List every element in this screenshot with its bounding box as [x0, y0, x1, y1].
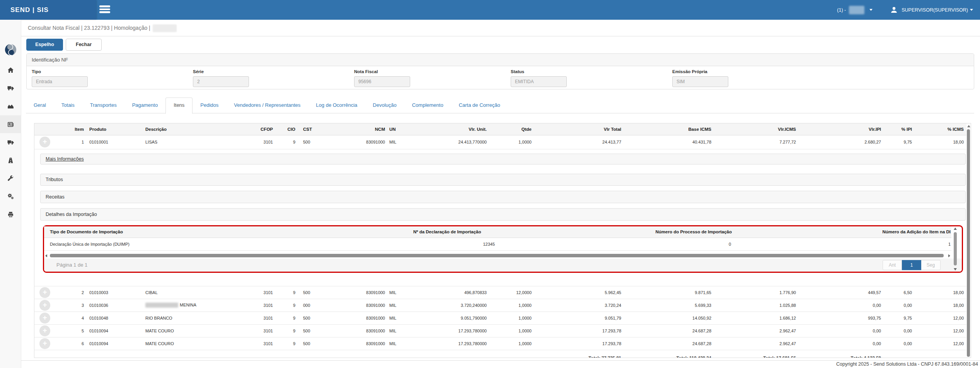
tab-devolu-o[interactable]: Devolução	[365, 98, 404, 113]
cell-vlr_unit: 3.720,240000	[410, 299, 488, 312]
field-value[interactable]: 95696	[354, 76, 410, 87]
sidebar-item-news[interactable]	[0, 115, 21, 133]
scroll-down-icon[interactable]	[954, 268, 957, 270]
sidebar	[0, 20, 21, 368]
current-page-button[interactable]: 1	[902, 260, 921, 270]
cell-cfop: 3101	[248, 286, 276, 299]
expand-row-button[interactable]: +	[39, 338, 50, 349]
item-row: +101010001LISAS3101950083091000MIL24.413…	[34, 135, 967, 149]
breadcrumb-bar: Consultar Nota Fiscal | 23.122793 | Homo…	[21, 20, 980, 36]
cell-descricao: MATE COURO	[140, 337, 248, 350]
breadcrumb-redacted	[153, 24, 177, 32]
cell-vlr_unit: 17.293,780000	[410, 337, 488, 350]
tab-pedidos[interactable]: Pedidos	[193, 98, 226, 113]
scrollbar-thumb[interactable]	[50, 254, 944, 257]
app-logo-icon[interactable]	[5, 44, 17, 56]
cell-cio: 9	[276, 135, 297, 149]
cell-qtde: 1,0000	[488, 312, 533, 324]
sidebar-item-road[interactable]	[0, 152, 21, 169]
sidebar-item-gears[interactable]	[0, 188, 21, 205]
sidebar-item-print[interactable]	[0, 206, 21, 224]
cell-cio: 9	[276, 299, 297, 312]
imp-cell: Declaração Única de Importação (DUIMP)	[44, 238, 411, 251]
expand-row-button[interactable]: +	[39, 137, 50, 147]
cell-descricao: LISAS	[140, 135, 248, 149]
road-icon	[7, 157, 14, 164]
cell-vlr_ipi: 0,00	[798, 337, 883, 350]
user-menu[interactable]: SUPERVISOR(SUPERVISOR)	[890, 6, 973, 14]
tab-pagamento[interactable]: Pagamento	[124, 98, 166, 113]
cell-cfop: 3101	[248, 312, 276, 324]
tab-complemento[interactable]: Complemento	[404, 98, 451, 113]
field-label: Nota Fiscal	[354, 69, 416, 74]
user-name: SUPERVISOR(SUPERVISOR)	[902, 7, 968, 13]
scroll-up-icon[interactable]	[967, 125, 970, 127]
print-icon	[7, 211, 14, 218]
cell-item: 5	[66, 324, 85, 337]
total-vlr_ipi: Total: 4.123,59	[798, 350, 883, 358]
tab-carta-de-corre-o[interactable]: Carta de Correção	[451, 98, 508, 113]
importacao-vertical-scrollbar[interactable]	[953, 228, 958, 270]
detalhes-importacao-section[interactable]: Detalhes da Importação	[40, 208, 966, 221]
expand-row-button[interactable]: +	[39, 300, 50, 311]
cell-cio: 9	[276, 324, 297, 337]
cell-pct_ipi: 6,50	[883, 286, 914, 299]
sidebar-item-chart-area[interactable]	[0, 97, 21, 115]
cell-un: MIL	[387, 135, 410, 149]
cell-vlr_total: 3.720,24	[533, 299, 623, 312]
sidebar-item-truck2[interactable]	[0, 134, 21, 151]
scroll-left-icon[interactable]	[45, 254, 47, 257]
tab-itens[interactable]: Itens	[165, 98, 193, 114]
tab-log-de-ocorr-ncia[interactable]: Log de Ocorrência	[308, 98, 365, 113]
scrollbar-thumb[interactable]	[967, 129, 970, 357]
espelho-button[interactable]: Espelho	[26, 39, 63, 51]
mais-informacoes-section[interactable]: Mais Informações	[40, 154, 966, 164]
tab-vendedores-representantes[interactable]: Vendedores / Representantes	[226, 98, 308, 113]
scrollbar-thumb[interactable]	[954, 232, 957, 265]
next-page-button[interactable]: Seg	[921, 260, 941, 270]
fechar-button[interactable]: Fechar	[66, 39, 102, 51]
cell-produto: 01010094	[85, 337, 140, 350]
sidebar-item-wrench[interactable]	[0, 169, 21, 187]
truck-icon	[7, 85, 14, 91]
scroll-right-icon[interactable]	[948, 254, 950, 257]
expand-row-button[interactable]: +	[39, 313, 50, 323]
cell-vlr_ipi: 0,00	[798, 324, 883, 337]
cell-ncm: 83091000	[315, 324, 387, 337]
cell-un: MIL	[387, 324, 410, 337]
receitas-section[interactable]: Receitas	[40, 191, 966, 203]
tributos-section[interactable]: Tributos	[40, 174, 966, 186]
cell-item: 2	[66, 286, 85, 299]
chevron-down-icon[interactable]	[869, 9, 873, 11]
cell-item: 6	[66, 337, 85, 350]
item-row: +301010036MENINA3101900083091000MIL3.720…	[34, 299, 967, 312]
sidebar-item-home[interactable]	[0, 61, 21, 79]
cell-vlr_total: 17.293,78	[533, 337, 623, 350]
item-row: +501010094MATE COURO3101950083091000MIL1…	[34, 324, 967, 337]
field-value[interactable]: 2	[193, 76, 249, 87]
cell-qtde: 1,0000	[488, 299, 533, 312]
cell-pct_ipi: 0,00	[883, 324, 914, 337]
tab-transportes[interactable]: Transportes	[82, 98, 124, 113]
field-value[interactable]: SIM	[672, 76, 728, 87]
imp-col-declaracao: Nº da Declaração de Importação	[411, 226, 498, 238]
field-value[interactable]: EMITIDA	[511, 76, 567, 87]
imp-col-adicao: Número da Adição do Item na DI	[733, 226, 951, 238]
field-value[interactable]: Entrada	[32, 76, 88, 87]
cell-cst: 500	[297, 135, 315, 149]
vertical-scrollbar[interactable]	[966, 123, 971, 358]
cell-qtde: 1,0000	[488, 324, 533, 337]
expand-row-button[interactable]: +	[39, 287, 50, 298]
sidebar-item-truck[interactable]	[0, 79, 21, 97]
prev-page-button[interactable]: Ant	[883, 260, 902, 270]
tab-geral[interactable]: Geral	[26, 98, 54, 113]
imp-col-tipo: Tipo de Documento de Importação	[44, 226, 411, 238]
expand-row-button[interactable]: +	[39, 325, 50, 336]
cell-base_icms: 14.050,92	[623, 312, 713, 324]
tab-totais[interactable]: Totais	[54, 98, 82, 113]
menu-toggle-icon[interactable]	[99, 5, 110, 14]
cell-descricao: CIBAL	[140, 286, 248, 299]
scroll-up-icon[interactable]	[954, 228, 957, 230]
cell-cfop: 3101	[248, 299, 276, 312]
horizontal-scrollbar[interactable]	[44, 253, 951, 258]
